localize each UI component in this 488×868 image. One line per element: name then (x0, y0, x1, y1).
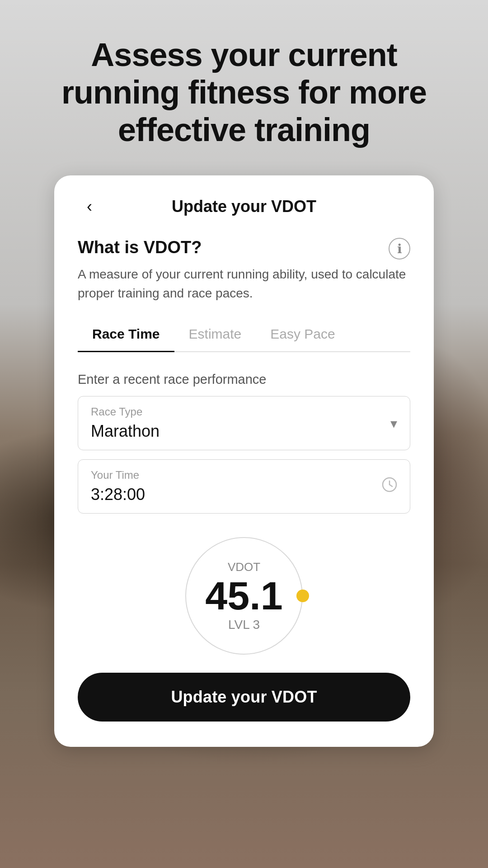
info-icon[interactable]: ℹ (389, 238, 410, 259)
vdot-description: A measure of your current running abilit… (78, 265, 410, 303)
back-button[interactable]: ‹ (78, 195, 101, 218)
time-label: Your Time (91, 469, 397, 481)
race-type-value: Marathon (91, 422, 397, 441)
page-headline: Assess your current running fitness for … (59, 36, 429, 148)
vdot-result-label: VDOT (228, 560, 260, 574)
svg-line-2 (389, 485, 392, 486)
section-label: Enter a recent race performance (78, 372, 410, 387)
vdot-result-value: 45.1 (205, 576, 282, 616)
time-field[interactable]: Your Time 3:28:00 (78, 459, 410, 514)
vdot-heading: What is VDOT? (78, 238, 202, 257)
update-vdot-button[interactable]: Update your VDOT (78, 673, 410, 722)
vdot-result: VDOT 45.1 LVL 3 (78, 537, 410, 655)
page: Assess your current running fitness for … (0, 0, 488, 868)
vdot-section-header: What is VDOT? ℹ (78, 238, 410, 259)
race-type-field[interactable]: Race Type Marathon ▾ (78, 396, 410, 450)
clock-icon (382, 477, 397, 496)
tab-easy-pace[interactable]: Easy Pace (256, 319, 349, 352)
tabs: Race Time Estimate Easy Pace (78, 319, 410, 352)
card-header: ‹ Update your VDOT (78, 197, 410, 216)
vdot-result-level: LVL 3 (228, 618, 260, 632)
vdot-card: ‹ Update your VDOT What is VDOT? ℹ A mea… (54, 175, 434, 747)
tab-estimate[interactable]: Estimate (174, 319, 256, 352)
dropdown-icon: ▾ (390, 415, 397, 431)
vdot-circle: VDOT 45.1 LVL 3 (185, 537, 303, 655)
race-type-label: Race Type (91, 406, 397, 418)
time-value: 3:28:00 (91, 485, 397, 504)
vdot-dot-indicator (296, 590, 309, 602)
card-title: Update your VDOT (172, 197, 316, 216)
tab-race-time[interactable]: Race Time (78, 319, 174, 352)
